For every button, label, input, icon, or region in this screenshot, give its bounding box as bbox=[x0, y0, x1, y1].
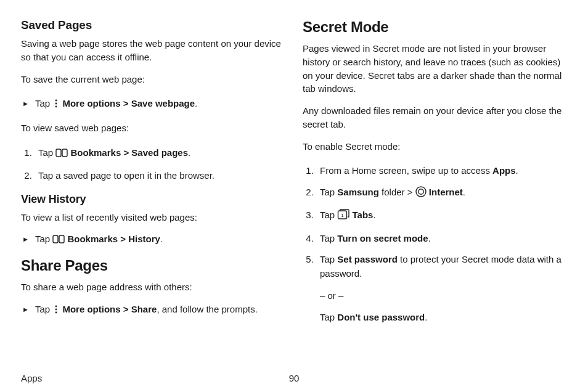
svg-point-10 bbox=[416, 187, 426, 197]
triangle-bullet-icon: ► bbox=[22, 99, 29, 109]
svg-point-2 bbox=[55, 106, 57, 108]
svg-rect-5 bbox=[53, 235, 58, 243]
secret-p2: Any downloaded files remain on your devi… bbox=[303, 104, 567, 131]
label-dont-use-password: Don't use password bbox=[337, 312, 425, 322]
share-lead: To share a web page address with others: bbox=[21, 280, 285, 294]
label-turn-on-secret: Turn on secret mode bbox=[337, 233, 428, 243]
text-tap: Tap bbox=[35, 304, 52, 314]
separator: > bbox=[121, 98, 131, 108]
heading-view-history: View History bbox=[21, 193, 285, 206]
list-item: Tap a saved page to open it in the brows… bbox=[35, 169, 285, 183]
separator: > bbox=[118, 234, 128, 244]
label-internet: Internet bbox=[429, 187, 463, 197]
text-tap: Tap bbox=[38, 147, 55, 158]
svg-point-7 bbox=[55, 305, 57, 307]
footer-section: Apps bbox=[21, 373, 42, 383]
svg-rect-3 bbox=[56, 149, 61, 157]
text-tap: Tap bbox=[320, 254, 337, 264]
left-column: Saved Pages Saving a web page stores the… bbox=[21, 18, 285, 364]
triangle-bullet-icon: ► bbox=[22, 234, 29, 245]
label-samsung: Samsung bbox=[337, 187, 379, 197]
step-text: Tap More options > Save webpage. bbox=[35, 97, 197, 113]
page-content: Saved Pages Saving a web page stores the… bbox=[0, 0, 588, 364]
bookmarks-icon bbox=[52, 234, 65, 248]
text-tap: Tap bbox=[320, 187, 337, 197]
save-current-lead: To save the current web page: bbox=[21, 73, 285, 86]
label-history: History bbox=[128, 234, 160, 244]
label-more-options: More options bbox=[62, 98, 120, 108]
label-tabs: Tabs bbox=[353, 210, 374, 220]
text-tap: Tap bbox=[320, 233, 337, 243]
period: . bbox=[463, 187, 465, 197]
period: . bbox=[188, 147, 190, 158]
text-suffix: , and follow the prompts. bbox=[157, 304, 257, 314]
dont-use-pw: Tap Don't use password. bbox=[320, 311, 567, 325]
or-line: – or – bbox=[320, 289, 567, 303]
view-saved-lead: To view saved web pages: bbox=[21, 121, 285, 135]
view-history-step: ► Tap Bookmarks > History. bbox=[21, 232, 285, 248]
enable-secret-lead: To enable Secret mode: bbox=[303, 140, 567, 153]
separator: > bbox=[121, 147, 131, 158]
period: . bbox=[160, 234, 163, 244]
period: . bbox=[195, 98, 197, 108]
tabs-icon: 1 bbox=[337, 209, 349, 224]
separator: > bbox=[121, 304, 131, 314]
text-tap: Tap bbox=[320, 312, 337, 322]
list-item: Tap Samsung folder > Internet. bbox=[316, 186, 567, 202]
svg-point-11 bbox=[418, 189, 423, 194]
page-number: 90 bbox=[289, 373, 300, 383]
text-tap: Tap bbox=[35, 98, 52, 108]
saved-pages-intro: Saving a web page stores the web page co… bbox=[21, 37, 285, 64]
label-more-options: More options bbox=[62, 304, 120, 314]
label-save-webpage: Save webpage bbox=[131, 98, 195, 108]
view-saved-steps: Tap Bookmarks > Saved pages. Tap a saved… bbox=[21, 146, 285, 183]
text: From a Home screen, swipe up to access bbox=[320, 165, 492, 176]
step-text: Tap Bookmarks > History. bbox=[35, 232, 163, 248]
period: . bbox=[516, 165, 518, 176]
list-item: From a Home screen, swipe up to access A… bbox=[316, 164, 567, 178]
svg-rect-4 bbox=[62, 149, 67, 157]
internet-icon bbox=[415, 186, 427, 202]
label-bookmarks: Bookmarks bbox=[67, 234, 118, 244]
heading-share-pages: Share Pages bbox=[21, 257, 285, 274]
enable-secret-steps: From a Home screen, swipe up to access A… bbox=[303, 164, 567, 280]
page-footer: Apps 90 bbox=[21, 373, 567, 383]
heading-secret-mode: Secret Mode bbox=[303, 18, 567, 36]
list-item: Tap 1 Tabs. bbox=[316, 208, 567, 224]
triangle-bullet-icon: ► bbox=[22, 304, 29, 315]
svg-point-1 bbox=[55, 103, 57, 105]
text: folder > bbox=[379, 187, 415, 197]
view-history-lead: To view a list of recently visited web p… bbox=[21, 211, 285, 224]
text-tap: Tap bbox=[320, 210, 337, 220]
right-column: Secret Mode Pages viewed in Secret mode … bbox=[303, 18, 567, 364]
list-item: Tap Set password to protect your Secret … bbox=[316, 253, 567, 280]
svg-point-0 bbox=[55, 100, 57, 102]
more-options-icon bbox=[52, 99, 60, 113]
list-item: Tap Turn on secret mode. bbox=[316, 232, 567, 246]
secret-p1: Pages viewed in Secret mode are not list… bbox=[303, 42, 567, 96]
list-item: Tap Bookmarks > Saved pages. bbox=[35, 146, 285, 162]
label-set-password: Set password bbox=[337, 254, 398, 264]
more-options-icon bbox=[52, 304, 60, 319]
label-saved-pages: Saved pages bbox=[131, 147, 188, 158]
share-step: ► Tap More options > Share, and follow t… bbox=[21, 303, 285, 319]
svg-rect-6 bbox=[59, 235, 64, 243]
bookmarks-icon bbox=[55, 148, 68, 162]
period: . bbox=[425, 312, 427, 322]
period: . bbox=[428, 233, 431, 243]
svg-point-9 bbox=[55, 311, 57, 313]
svg-text:1: 1 bbox=[341, 213, 345, 218]
text-tap: Tap bbox=[35, 234, 52, 244]
label-apps: Apps bbox=[492, 165, 516, 176]
svg-point-8 bbox=[55, 308, 57, 310]
step-text: Tap More options > Share, and follow the… bbox=[35, 303, 258, 319]
save-current-step: ► Tap More options > Save webpage. bbox=[21, 97, 285, 113]
label-share: Share bbox=[131, 304, 157, 314]
heading-saved-pages: Saved Pages bbox=[21, 18, 285, 32]
period: . bbox=[373, 210, 375, 220]
label-bookmarks: Bookmarks bbox=[71, 147, 121, 158]
